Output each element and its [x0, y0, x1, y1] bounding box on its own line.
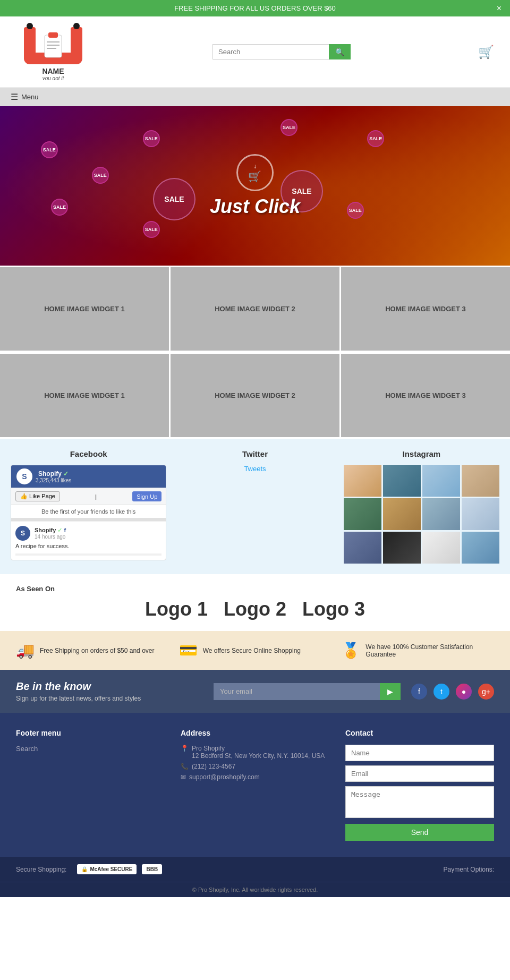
hero-title: Just Click — [210, 195, 300, 218]
hero-cart-circle: ↓ 🛒 — [236, 154, 274, 191]
brand-logo-3[interactable]: Logo 3 — [302, 598, 365, 620]
insta-cell-11[interactable] — [422, 532, 460, 564]
svg-rect-5 — [45, 35, 62, 57]
bbb-badge: BBB — [142, 864, 162, 874]
insta-cell-6[interactable] — [383, 498, 421, 530]
address-email-line: ✉ support@proshopify.com — [181, 773, 329, 781]
widget-2-3[interactable]: HOME IMAGE WIDGET 3 — [341, 354, 510, 439]
cart-icon[interactable]: 🛒 — [478, 45, 494, 59]
fb-post-social-icon: f — [64, 527, 66, 533]
search-area: 🔍 — [112, 44, 452, 59]
brand-logo-1[interactable]: Logo 1 — [145, 598, 208, 620]
facebook-title: Facebook — [11, 449, 166, 458]
contact-form: Send — [345, 745, 494, 841]
email-icon: ✉ — [181, 773, 186, 781]
widget-1-3[interactable]: HOME IMAGE WIDGET 3 — [341, 267, 510, 352]
footer-address-col: Address 📍 Pro Shopify 12 Bedford St, New… — [181, 729, 329, 841]
fb-post-verified: ✓ — [57, 527, 62, 533]
address-phone-line: 📞 (212) 123-4567 — [181, 763, 329, 770]
hero-banner[interactable]: SALE SALE SALE SALE SALE SALE SALE SALE … — [0, 106, 510, 266]
contact-name-input[interactable] — [345, 745, 494, 761]
twitter-tweets-link[interactable]: Tweets — [177, 465, 333, 473]
widget-1-1[interactable]: HOME IMAGE WIDGET 1 — [0, 267, 171, 352]
twitter-title: Twitter — [177, 449, 333, 458]
fb-verified: ✓ — [63, 470, 69, 478]
insta-cell-9[interactable] — [344, 532, 381, 564]
widget-2-1[interactable]: HOME IMAGE WIDGET 1 — [0, 354, 171, 439]
fb-like-bar: 👍 Like Page || Sign Up — [11, 488, 166, 505]
address-company: Pro Shopify — [192, 745, 225, 752]
search-button[interactable]: 🔍 — [329, 44, 351, 59]
insta-cell-1[interactable] — [344, 465, 381, 497]
address-phone: (212) 123-4567 — [192, 763, 235, 770]
mcafee-badge: 🔒 McAfee SECURE — [77, 864, 137, 874]
sale-badge-5: SALE — [51, 199, 68, 216]
fb-signup-button[interactable]: Sign Up — [132, 491, 162, 501]
fb-post-text: A recipe for success. — [15, 543, 162, 549]
fb-post: S Shopify ✓ f 14 hours ago A recipe for … — [11, 521, 166, 560]
fb-avatar: S — [16, 468, 32, 484]
svg-point-4 — [73, 23, 80, 29]
newsletter-submit[interactable]: ▶ — [380, 683, 401, 700]
widget-1-2[interactable]: HOME IMAGE WIDGET 2 — [171, 267, 341, 352]
footer-contact-col: Contact Send — [345, 729, 494, 841]
newsletter-section: Be in the know Sign up for the latest ne… — [0, 670, 510, 713]
facebook-social-icon[interactable]: f — [411, 684, 427, 700]
address-street: 12 Bedford St, New York City, N.Y. 10014… — [192, 752, 325, 760]
menu-button[interactable]: ☰ Menu — [11, 92, 39, 102]
insta-cell-10[interactable] — [383, 532, 421, 564]
footer-search-link[interactable]: Search — [16, 745, 165, 753]
widget-2-2[interactable]: HOME IMAGE WIDGET 2 — [171, 354, 341, 439]
sale-badge-1: SALE — [143, 130, 160, 147]
feature-3: 🏅 We have 100% Customer Satisfaction Gua… — [342, 642, 494, 659]
twitter-social-icon[interactable]: t — [434, 684, 449, 700]
widget-row-1: HOME IMAGE WIDGET 1 HOME IMAGE WIDGET 2 … — [0, 266, 510, 352]
footer-menu-col: Footer menu Search — [16, 729, 165, 841]
cart-area[interactable]: 🛒 — [452, 45, 494, 59]
feature-1: 🚚 Free Shipping on orders of $50 and ove… — [16, 642, 168, 659]
insta-cell-3[interactable] — [422, 465, 460, 497]
insta-cell-4[interactable] — [462, 465, 499, 497]
logo-icon: NAME you got it — [16, 22, 90, 80]
svg-rect-6 — [48, 32, 58, 38]
contact-send-button[interactable]: Send — [345, 824, 494, 841]
contact-email-input[interactable] — [345, 765, 494, 782]
insta-cell-12[interactable] — [462, 532, 499, 564]
newsletter-input[interactable] — [214, 683, 380, 700]
feature-1-text: Free Shipping on orders of $50 and over — [40, 647, 154, 654]
instagram-social-icon[interactable]: ● — [456, 684, 472, 700]
insta-cell-2[interactable] — [383, 465, 421, 497]
fb-post-meta: Shopify ✓ f 14 hours ago — [35, 527, 66, 540]
insta-cell-7[interactable] — [422, 498, 460, 530]
announcement-bar: FREE SHIPPING FOR ALL US ORDERS OVER $60… — [0, 0, 510, 16]
as-seen-label: As Seen On — [16, 585, 494, 593]
svg-point-3 — [27, 23, 33, 29]
insta-cell-8[interactable] — [462, 498, 499, 530]
footer-menu-title: Footer menu — [16, 729, 165, 737]
fb-followers: 3,325,443 likes — [36, 478, 71, 483]
footer-contact-title: Contact — [345, 729, 494, 737]
fb-post-avatar: S — [15, 526, 30, 541]
instagram-grid — [344, 465, 499, 564]
contact-message-input[interactable] — [345, 786, 494, 818]
fb-like-button[interactable]: 👍 Like Page — [15, 491, 60, 501]
sale-badge-4: SALE — [92, 167, 109, 184]
hero-content: ↓ 🛒 Just Click — [210, 154, 300, 218]
instagram-col: Instagram — [344, 449, 499, 564]
search-input[interactable] — [212, 44, 329, 59]
google-plus-social-icon[interactable]: g+ — [478, 684, 494, 700]
header: NAME you got it 🔍 🛒 — [0, 16, 510, 88]
search-form: 🔍 — [212, 44, 351, 59]
insta-cell-5[interactable] — [344, 498, 381, 530]
announcement-close[interactable]: × — [497, 4, 502, 13]
security-badges: 🔒 McAfee SECURE BBB — [77, 864, 162, 874]
phone-icon: 📞 — [181, 763, 189, 770]
fb-header: S Shopify ✓ 3,325,443 likes — [11, 465, 166, 488]
newsletter-form: ▶ — [214, 683, 401, 700]
logos-row: Logo 1 Logo 2 Logo 3 — [16, 598, 494, 620]
brand-logo-2[interactable]: Logo 2 — [224, 598, 286, 620]
logo-area[interactable]: NAME you got it — [16, 22, 112, 82]
secure-icon: 💳 — [179, 642, 198, 659]
newsletter-subtitle: Sign up for the latest news, offers and … — [16, 695, 203, 702]
newsletter-title: Be in the know — [16, 680, 203, 693]
